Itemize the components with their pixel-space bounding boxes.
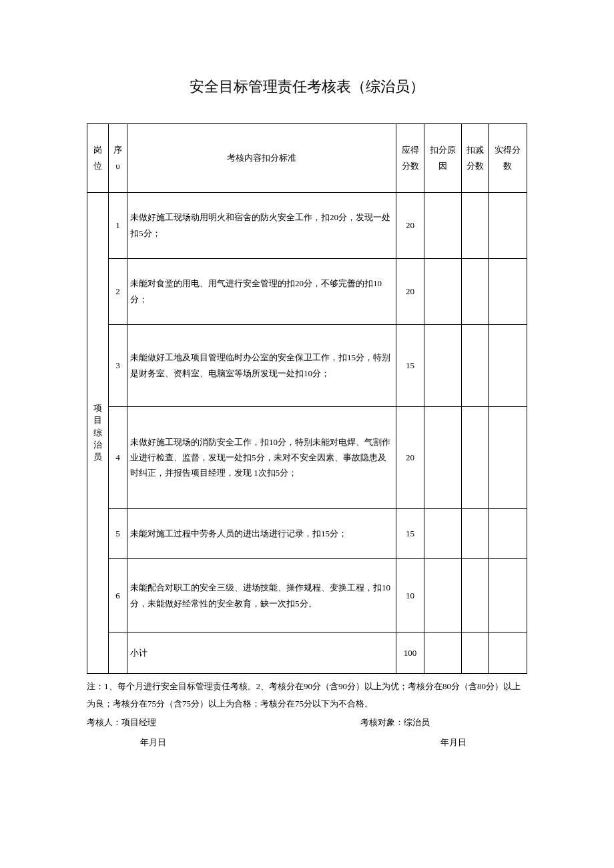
content-cell: 未做好施工现场的消防安全工作，扣10分，特别未能对电焊、气割作业进行检查、监督，…: [127, 406, 396, 508]
actual-cell: [489, 558, 527, 632]
deduct-cell: [462, 258, 489, 324]
score-cell: 20: [396, 192, 424, 258]
notes-text: 注：1、每个月进行安全目标管理责任考核。2、考核分在90分（含90分）以上为优；…: [87, 678, 527, 713]
table-row: 4 未做好施工现场的消防安全工作，扣10分，特别未能对电焊、气割作业进行检查、监…: [87, 406, 527, 508]
reason-cell: [424, 406, 462, 508]
subtotal-label: 小计: [127, 632, 396, 673]
position-cell: 项目综治员: [87, 192, 109, 673]
table-row: 项目综治员 1 未做好施工现场动用明火和宿舍的防火安全工作，扣20分，发现一处扣…: [87, 192, 527, 258]
content-cell: 未能做好工地及项目管理临时办公室的安全保卫工作，扣15分，特别是财务室、资料室、…: [127, 324, 396, 406]
seq-cell: 3: [109, 324, 127, 406]
col-content: 考核内容扣分标准: [127, 123, 396, 192]
actual-cell: [489, 192, 527, 258]
deduct-cell: [462, 632, 489, 673]
subtotal-row: 小计 100: [87, 632, 527, 673]
actual-cell: [489, 508, 527, 558]
deduct-cell: [462, 324, 489, 406]
seq-cell: [109, 632, 127, 673]
content-cell: 未能对食堂的用电、用气进行安全管理的扣20分，不够完善的扣10分；: [127, 258, 396, 324]
deduct-cell: [462, 192, 489, 258]
subtotal-score: 100: [396, 632, 424, 673]
table-row: 5 未能对施工过程中劳务人员的进出场进行记录，扣15分； 15: [87, 508, 527, 558]
reason-cell: [424, 324, 462, 406]
content-cell: 未能配合对职工的安全三级、进场技能、操作规程、变换工程，扣10分，未能做好经常性…: [127, 558, 396, 632]
seq-cell: 6: [109, 558, 127, 632]
table-row: 3 未能做好工地及项目管理临时办公室的安全保卫工作，扣15分，特别是财务室、资料…: [87, 324, 527, 406]
table-row: 2 未能对食堂的用电、用气进行安全管理的扣20分，不够完善的扣10分； 20: [87, 258, 527, 324]
deduct-cell: [462, 508, 489, 558]
col-deduct: 扣减分数: [462, 123, 489, 192]
actual-cell: [489, 324, 527, 406]
col-actual: 实得分数: [489, 123, 527, 192]
content-cell: 未做好施工现场动用明火和宿舍的防火安全工作，扣20分，发现一处扣5分；: [127, 192, 396, 258]
deduct-cell: [462, 406, 489, 508]
seq-cell: 1: [109, 192, 127, 258]
reason-cell: [424, 258, 462, 324]
col-seq: 序 υ: [109, 123, 127, 192]
page-title: 安全目标管理责任考核表（综治员）: [87, 77, 527, 97]
examiner-label: 考核人：项目经理: [87, 714, 360, 731]
date-left: 年月日: [140, 734, 166, 751]
seq-cell: 2: [109, 258, 127, 324]
actual-cell: [489, 632, 527, 673]
score-cell: 20: [396, 258, 424, 324]
deduct-cell: [462, 558, 489, 632]
col-reason: 扣分原因: [424, 123, 462, 192]
score-cell: 15: [396, 508, 424, 558]
score-cell: 10: [396, 558, 424, 632]
date-right: 年月日: [440, 734, 527, 751]
reason-cell: [424, 558, 462, 632]
score-cell: 20: [396, 406, 424, 508]
examinee-label: 考核对象：综治员: [360, 714, 527, 731]
reason-cell: [424, 508, 462, 558]
col-score: 应得分数: [396, 123, 424, 192]
seq-cell: 5: [109, 508, 127, 558]
table-row: 6 未能配合对职工的安全三级、进场技能、操作规程、变换工程，扣10分，未能做好经…: [87, 558, 527, 632]
assessment-table: 岗位 序 υ 考核内容扣分标准 应得分数 扣分原因 扣减分数 实得分数 项目综治…: [87, 123, 527, 674]
actual-cell: [489, 406, 527, 508]
reason-cell: [424, 192, 462, 258]
reason-cell: [424, 632, 462, 673]
content-cell: 未能对施工过程中劳务人员的进出场进行记录，扣15分；: [127, 508, 396, 558]
score-cell: 15: [396, 324, 424, 406]
seq-cell: 4: [109, 406, 127, 508]
actual-cell: [489, 258, 527, 324]
col-position: 岗位: [87, 123, 109, 192]
